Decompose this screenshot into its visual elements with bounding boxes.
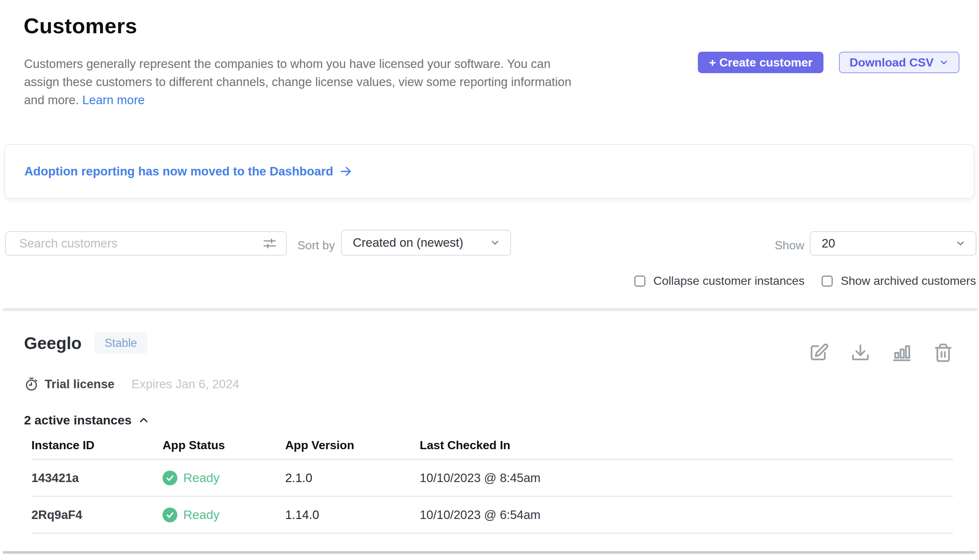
last-checked-in: 10/10/2023 @ 6:54am — [420, 508, 953, 522]
table-row[interactable]: 143421a Ready 2.1.0 10/10/2023 @ 8:45am — [32, 460, 953, 497]
list-options: Collapse customer instances Show archive… — [634, 274, 976, 288]
table-header-row: Instance ID App Status App Version Last … — [32, 438, 953, 460]
chevron-down-icon — [489, 237, 500, 248]
sort-by-label: Sort by — [297, 238, 335, 252]
filter-icon[interactable] — [262, 236, 277, 251]
customer-reporting-button[interactable] — [892, 343, 912, 363]
show-select-value: 20 — [822, 237, 835, 250]
search-input[interactable] — [19, 237, 262, 250]
instance-id: 143421a — [32, 471, 163, 485]
app-version: 1.14.0 — [285, 508, 420, 522]
collapse-instances-checkbox[interactable]: Collapse customer instances — [634, 274, 805, 288]
delete-customer-button[interactable] — [933, 343, 953, 363]
license-expiry: Expires Jan 6, 2024 — [132, 377, 239, 391]
chevron-down-icon — [939, 57, 949, 68]
license-type: Trial license — [45, 377, 115, 391]
column-header: App Version — [285, 438, 420, 452]
checkbox-box[interactable] — [822, 275, 833, 287]
section-divider — [3, 308, 977, 311]
last-checked-in: 10/10/2023 @ 8:45am — [420, 471, 953, 485]
instance-id: 2Rq9aF4 — [32, 508, 163, 522]
app-status: Ready — [163, 471, 285, 485]
check-circle-icon — [163, 471, 177, 485]
adoption-banner-link[interactable]: Adoption reporting has now moved to the … — [24, 164, 352, 178]
search-customers-box — [5, 231, 287, 256]
show-select[interactable]: 20 — [810, 231, 976, 256]
learn-more-link[interactable]: Learn more — [82, 93, 145, 107]
channel-badge: Stable — [94, 332, 147, 354]
download-csv-button[interactable]: Download CSV — [839, 52, 959, 73]
chevron-up-icon — [137, 414, 150, 427]
column-header: App Status — [163, 438, 285, 452]
trash-icon — [933, 358, 953, 364]
column-header: Instance ID — [32, 438, 163, 452]
sort-select-value: Created on (newest) — [353, 236, 463, 250]
edit-customer-button[interactable] — [809, 343, 829, 363]
column-header: Last Checked In — [420, 438, 953, 452]
customer-card: Geeglo Stable — [0, 328, 979, 534]
download-icon — [851, 358, 871, 364]
instances-toggle[interactable]: 2 active instances — [24, 413, 150, 427]
customer-name[interactable]: Geeglo — [24, 333, 82, 353]
table-row[interactable]: 2Rq9aF4 Ready 1.14.0 10/10/2023 @ 6:54am — [32, 497, 953, 534]
app-version: 2.1.0 — [285, 471, 420, 485]
checkbox-box[interactable] — [634, 275, 645, 287]
edit-icon — [809, 358, 829, 364]
timer-icon — [24, 377, 39, 392]
customer-actions — [809, 328, 953, 363]
download-license-button[interactable] — [851, 343, 871, 363]
page-title: Customers — [23, 13, 137, 38]
chevron-down-icon — [955, 238, 966, 249]
sort-select[interactable]: Created on (newest) — [341, 230, 511, 256]
arrow-right-icon — [339, 165, 352, 178]
check-circle-icon — [163, 508, 177, 522]
app-status: Ready — [163, 508, 285, 522]
description-line: and more. Learn more — [24, 91, 682, 109]
page-bottom-divider — [3, 551, 975, 554]
customers-page: Customers Customers generally represent … — [0, 0, 979, 560]
bar-chart-icon — [892, 358, 912, 364]
description-line: Customers generally represent the compan… — [24, 55, 682, 73]
create-customer-button[interactable]: + Create customer — [698, 52, 824, 73]
description-line: assign these customers to different chan… — [24, 73, 682, 91]
show-archived-checkbox[interactable]: Show archived customers — [822, 274, 976, 288]
instances-table: Instance ID App Status App Version Last … — [32, 438, 953, 534]
show-label: Show — [775, 238, 804, 252]
adoption-banner[interactable]: Adoption reporting has now moved to the … — [5, 144, 974, 199]
page-description: Customers generally represent the compan… — [24, 55, 682, 109]
header-actions: + Create customer Download CSV — [698, 52, 959, 73]
